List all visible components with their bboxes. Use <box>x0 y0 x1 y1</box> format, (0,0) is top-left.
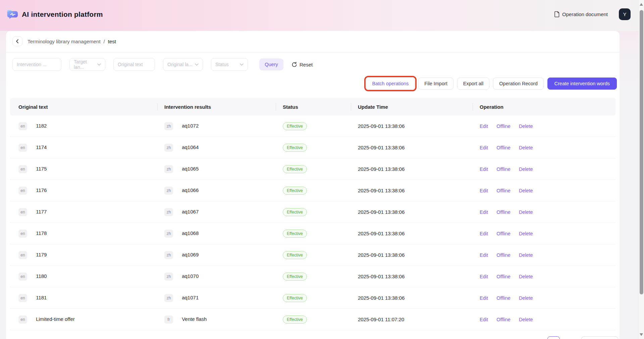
pagination-page-button[interactable] <box>547 336 560 339</box>
offline-link[interactable]: Offline <box>496 166 511 172</box>
delete-link[interactable]: Delete <box>519 124 533 129</box>
offline-link[interactable]: Offline <box>496 188 511 193</box>
intervention-result-value: aq1069 <box>182 252 199 257</box>
status-badge: Effective <box>283 273 307 281</box>
offline-link[interactable]: Offline <box>496 124 511 129</box>
edit-link[interactable]: Edit <box>480 166 488 172</box>
cell-original-text: en 1181 <box>18 294 164 302</box>
cell-operation: Edit Offline Delete <box>480 231 615 236</box>
scrollbar-thumb[interactable] <box>640 10 643 294</box>
pagination-size-select[interactable] <box>581 336 618 339</box>
delete-link[interactable]: Delete <box>519 274 533 279</box>
batch-operations-button[interactable]: Batch operations <box>366 78 415 90</box>
source-language-tag: en <box>18 294 27 302</box>
table-header: Original text Intervention results Statu… <box>10 98 615 115</box>
scrollbar-down-arrow[interactable] <box>640 333 643 336</box>
export-all-button[interactable]: Export all <box>457 78 489 90</box>
status-select[interactable]: Status <box>211 58 248 71</box>
offline-link[interactable]: Offline <box>496 274 511 279</box>
query-button[interactable]: Query <box>259 58 283 70</box>
cell-status: Effective <box>283 165 358 173</box>
source-language-tag: en <box>18 144 27 152</box>
offline-link[interactable]: Offline <box>496 231 511 236</box>
scrollbar-up-arrow[interactable] <box>640 3 643 6</box>
update-time-value: 2025-09-01 11:07:20 <box>358 317 404 322</box>
offline-link[interactable]: Offline <box>496 317 511 322</box>
edit-link[interactable]: Edit <box>480 317 488 322</box>
table-row: en Limited-time offer fr Vente flash Eff… <box>10 309 615 330</box>
original-text-value: 1176 <box>36 187 47 193</box>
edit-link[interactable]: Edit <box>480 209 488 215</box>
table-row: en 1176 zh aq1066 Effective 2025-09-01 1… <box>10 180 615 201</box>
operation-record-button[interactable]: Operation Record <box>493 78 543 90</box>
create-intervention-words-button[interactable]: Create intervention words <box>547 78 617 90</box>
edit-link[interactable]: Edit <box>480 295 488 301</box>
edit-link[interactable]: Edit <box>480 124 488 129</box>
status-badge: Effective <box>283 165 307 173</box>
target-language-tag: zh <box>164 144 173 152</box>
edit-link[interactable]: Edit <box>480 188 488 193</box>
delete-link[interactable]: Delete <box>519 209 533 215</box>
delete-link[interactable]: Delete <box>519 317 533 322</box>
target-language-select[interactable]: Target lan... <box>69 58 105 71</box>
delete-link[interactable]: Delete <box>519 166 533 172</box>
cell-original-text: en Limited-time offer <box>18 316 164 324</box>
offline-link[interactable]: Offline <box>496 145 511 150</box>
cell-original-text: en 1178 <box>18 230 164 238</box>
cell-original-text: en 1177 <box>18 208 164 216</box>
offline-link[interactable]: Offline <box>496 252 511 258</box>
cell-status: Effective <box>283 230 358 238</box>
intervention-words-input[interactable] <box>12 58 61 71</box>
table-row: en 1177 zh aq1067 Effective 2025-09-01 1… <box>10 201 615 223</box>
operation-document-label: Operation document <box>562 11 608 17</box>
cell-original-text: en 1182 <box>18 122 164 130</box>
cell-intervention-result: zh aq1065 <box>164 165 283 173</box>
offline-link[interactable]: Offline <box>496 295 511 301</box>
cell-update-time: 2025-09-01 13:38:06 <box>358 274 480 279</box>
terminology-table: Original text Intervention results Statu… <box>10 98 615 330</box>
delete-link[interactable]: Delete <box>519 188 533 193</box>
avatar[interactable]: Y <box>619 8 631 20</box>
back-button[interactable] <box>12 36 22 46</box>
delete-link[interactable]: Delete <box>519 145 533 150</box>
status-badge: Effective <box>283 144 307 152</box>
column-header-update-time: Update Time <box>358 104 480 110</box>
target-language-tag: zh <box>164 251 173 259</box>
cell-update-time: 2025-09-01 13:38:06 <box>358 252 480 258</box>
edit-link[interactable]: Edit <box>480 231 488 236</box>
intervention-result-value: Vente flash <box>182 316 207 322</box>
target-language-tag: zh <box>164 165 173 173</box>
content-card: Terminology library management / test Ta… <box>6 31 620 339</box>
offline-link[interactable]: Offline <box>496 209 511 215</box>
original-text-value: Limited-time offer <box>36 316 75 322</box>
reset-button[interactable]: Reset <box>291 62 313 67</box>
target-language-tag: zh <box>164 187 173 195</box>
original-language-select[interactable]: Original la... <box>163 58 203 71</box>
delete-link[interactable]: Delete <box>519 231 533 236</box>
delete-link[interactable]: Delete <box>519 295 533 301</box>
delete-link[interactable]: Delete <box>519 252 533 258</box>
column-header-original-text: Original text <box>18 104 164 110</box>
table-row: en 1178 zh aq1068 Effective 2025-09-01 1… <box>10 223 615 244</box>
target-language-tag: zh <box>164 294 173 302</box>
status-badge: Effective <box>283 122 307 130</box>
cell-operation: Edit Offline Delete <box>480 317 615 322</box>
edit-link[interactable]: Edit <box>480 252 488 258</box>
original-text-value: 1182 <box>36 123 47 129</box>
source-language-tag: en <box>18 230 27 238</box>
operation-document-button[interactable]: Operation document <box>554 11 608 17</box>
cell-operation: Edit Offline Delete <box>480 188 615 193</box>
status-value: Status <box>215 62 229 67</box>
cell-status: Effective <box>283 273 358 281</box>
target-language-tag: zh <box>164 208 173 216</box>
original-text-input[interactable] <box>113 58 155 71</box>
edit-link[interactable]: Edit <box>480 145 488 150</box>
cell-status: Effective <box>283 294 358 302</box>
edit-link[interactable]: Edit <box>480 274 488 279</box>
cell-operation: Edit Offline Delete <box>480 123 615 129</box>
intervention-result-value: aq1066 <box>182 187 199 193</box>
file-import-button[interactable]: File Import <box>418 78 453 90</box>
breadcrumb-parent[interactable]: Terminology library management <box>28 39 101 44</box>
update-time-value: 2025-09-01 13:38:06 <box>358 209 405 215</box>
target-language-value: Target lan... <box>74 59 97 70</box>
